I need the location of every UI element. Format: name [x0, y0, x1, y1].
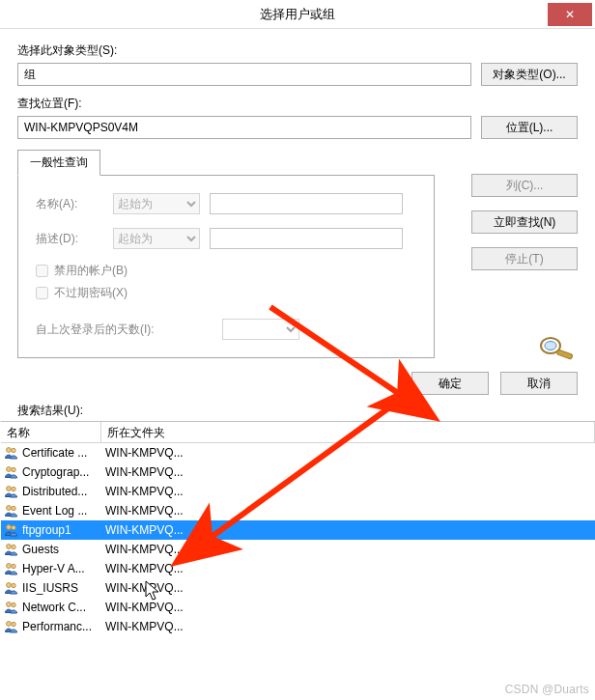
svg-point-10	[12, 506, 15, 510]
row-name: Event Log ...	[20, 503, 103, 518]
group-icon	[3, 503, 20, 518]
svg-point-17	[7, 583, 12, 588]
table-row[interactable]: ftpgroup1WIN-KMPVQ...	[1, 520, 595, 540]
svg-point-15	[7, 564, 12, 569]
watermark: CSDN @Duarts	[505, 683, 589, 696]
svg-point-5	[7, 467, 12, 472]
svg-point-13	[7, 545, 12, 549]
col-name[interactable]: 名称	[1, 422, 101, 442]
row-folder: WIN-KMPVQ...	[103, 600, 190, 615]
name-match-select[interactable]: 起始为	[113, 193, 200, 214]
table-row[interactable]: Cryptograp...WIN-KMPVQ...	[1, 462, 595, 482]
disabled-accounts-label: 禁用的帐户(B)	[54, 263, 128, 279]
svg-point-18	[12, 583, 15, 587]
cancel-button[interactable]: 取消	[500, 372, 578, 395]
table-row[interactable]: Distributed...WIN-KMPVQ...	[1, 482, 595, 501]
svg-point-4	[12, 448, 15, 452]
results-rows[interactable]: Certificate ...WIN-KMPVQ...Cryptograp...…	[1, 443, 595, 660]
object-type-field[interactable]	[17, 63, 471, 86]
group-icon	[3, 464, 20, 480]
row-folder: WIN-KMPVQ...	[103, 561, 190, 576]
window-title: 选择用户或组	[0, 6, 595, 23]
col-folder[interactable]: 所在文件夹	[101, 422, 595, 442]
desc-row: 描述(D): 起始为	[36, 228, 416, 249]
name-row: 名称(A): 起始为	[36, 193, 416, 214]
row-name: Cryptograp...	[20, 464, 103, 480]
group-icon	[3, 600, 20, 615]
row-folder: WIN-KMPVQ...	[103, 542, 190, 557]
row-name: Guests	[20, 542, 103, 557]
svg-point-6	[12, 467, 15, 471]
row-name: Hyper-V A...	[20, 561, 103, 576]
results-listview[interactable]: 名称 所在文件夹 Certificate ...WIN-KMPVQ...Cryp…	[0, 421, 595, 659]
never-expire-input[interactable]	[36, 287, 48, 299]
table-row[interactable]: IIS_IUSRSWIN-KMPVQ...	[1, 578, 595, 598]
svg-point-3	[7, 448, 12, 453]
row-name: Performanc...	[20, 619, 103, 634]
table-row[interactable]: Hyper-V A...WIN-KMPVQ...	[1, 559, 595, 578]
table-row[interactable]: GuestsWIN-KMPVQ...	[1, 540, 595, 559]
results-header: 名称 所在文件夹	[1, 422, 595, 443]
location-field[interactable]	[17, 116, 471, 139]
table-row[interactable]: Performanc...WIN-KMPVQ...	[1, 617, 595, 636]
desc-label: 描述(D):	[36, 231, 103, 247]
tab-common-query[interactable]: 一般性查询	[17, 150, 100, 176]
object-types-button[interactable]: 对象类型(O)...	[481, 63, 578, 86]
svg-point-11	[7, 525, 12, 530]
disabled-accounts-checkbox[interactable]: 禁用的帐户(B)	[36, 263, 416, 279]
object-type-label: 选择此对象类型(S):	[17, 42, 578, 59]
svg-point-14	[12, 545, 15, 548]
stop-button[interactable]: 停止(T)	[471, 247, 578, 270]
locations-button[interactable]: 位置(L)...	[481, 116, 578, 139]
tab-body: 名称(A): 起始为 描述(D): 起始为 禁用的帐户(B) 不过期密码(X)	[17, 175, 435, 358]
find-now-button[interactable]: 立即查找(N)	[471, 210, 578, 234]
row-name: Distributed...	[20, 484, 103, 499]
group-icon	[3, 580, 20, 596]
search-icon	[471, 332, 578, 364]
svg-point-21	[7, 622, 12, 627]
columns-button[interactable]: 列(C)...	[471, 174, 578, 197]
svg-point-19	[7, 602, 12, 607]
desc-match-select[interactable]: 起始为	[113, 228, 200, 249]
svg-point-7	[7, 487, 12, 491]
results-label: 搜索结果(U):	[0, 399, 595, 421]
days-select[interactable]	[222, 319, 299, 340]
group-icon	[3, 542, 20, 557]
row-folder: WIN-KMPVQ...	[103, 484, 190, 499]
row-folder: WIN-KMPVQ...	[103, 619, 190, 634]
svg-rect-2	[556, 350, 573, 359]
svg-point-1	[545, 342, 556, 350]
table-row[interactable]: Network C...WIN-KMPVQ...	[1, 598, 595, 617]
row-name: IIS_IUSRS	[20, 580, 103, 596]
row-name: ftpgroup1	[20, 522, 103, 538]
row-name: Certificate ...	[20, 445, 103, 461]
side-buttons: 列(C)... 立即查找(N) 停止(T)	[471, 174, 578, 364]
row-name: Network C...	[20, 600, 103, 615]
object-type-block: 选择此对象类型(S): 对象类型(O)...	[17, 42, 578, 86]
disabled-accounts-input[interactable]	[36, 265, 48, 277]
ok-cancel-row: 确定 取消	[0, 366, 595, 399]
row-folder: WIN-KMPVQ...	[103, 464, 190, 480]
location-block: 查找位置(F): 位置(L)...	[17, 96, 578, 139]
never-expire-checkbox[interactable]: 不过期密码(X)	[36, 285, 416, 301]
close-button[interactable]: ✕	[548, 3, 592, 26]
row-folder: WIN-KMPVQ...	[103, 445, 190, 461]
table-row[interactable]: Event Log ...WIN-KMPVQ...	[1, 501, 595, 520]
days-since-logon-row: 自上次登录后的天数(I):	[36, 319, 416, 340]
svg-point-22	[12, 622, 15, 626]
never-expire-label: 不过期密码(X)	[54, 285, 128, 301]
row-folder: WIN-KMPVQ...	[103, 580, 190, 596]
desc-input[interactable]	[210, 228, 403, 249]
close-icon: ✕	[565, 8, 575, 21]
ok-button[interactable]: 确定	[411, 372, 489, 395]
svg-point-12	[12, 525, 15, 529]
name-input[interactable]	[210, 193, 403, 214]
svg-point-9	[7, 506, 12, 511]
table-row[interactable]: Certificate ...WIN-KMPVQ...	[1, 443, 595, 462]
group-icon	[3, 484, 20, 499]
title-bar: 选择用户或组 ✕	[0, 0, 595, 29]
days-label: 自上次登录后的天数(I):	[36, 322, 155, 338]
svg-point-16	[12, 564, 15, 568]
row-folder: WIN-KMPVQ...	[103, 522, 190, 538]
name-label: 名称(A):	[36, 196, 103, 212]
